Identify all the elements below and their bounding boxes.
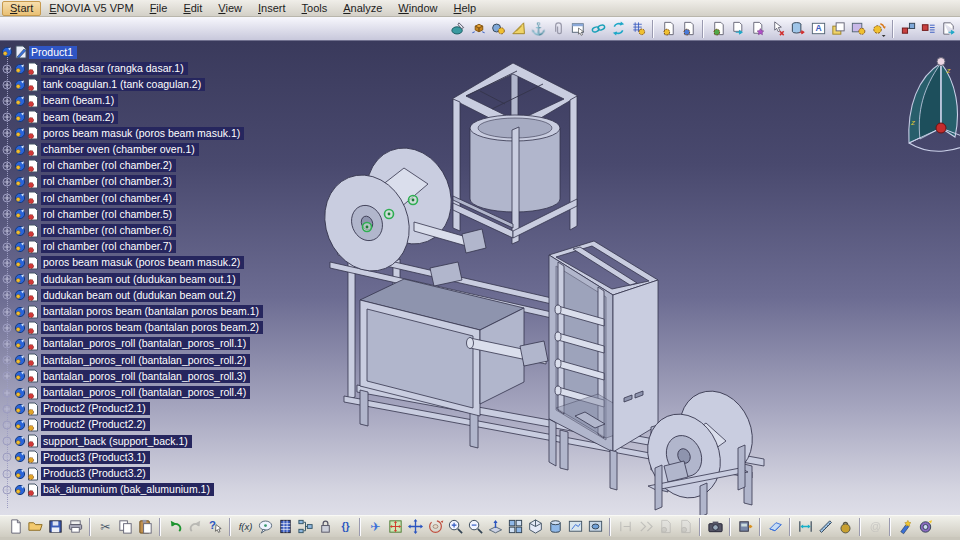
- menu-view[interactable]: View: [210, 1, 250, 16]
- expand-plus-icon[interactable]: [2, 64, 12, 74]
- expand-plus-icon[interactable]: [2, 290, 12, 300]
- expand-plus-icon[interactable]: [2, 161, 12, 171]
- frame-text-icon[interactable]: A: [808, 19, 828, 39]
- tree-item-label[interactable]: beam (beam.1): [41, 94, 118, 107]
- print-icon[interactable]: [65, 517, 85, 537]
- help-pointer-icon[interactable]: ?: [205, 517, 225, 537]
- tree-item-label[interactable]: poros beam masuk (poros beam masuk.1): [41, 127, 244, 140]
- open-folder-icon[interactable]: [25, 517, 45, 537]
- menu-file[interactable]: File: [142, 1, 176, 16]
- compass-origin-dot[interactable]: [936, 123, 946, 133]
- measure-item-icon[interactable]: [815, 517, 835, 537]
- tree-item[interactable]: dudukan beam out (dudukan beam out.2): [0, 287, 240, 303]
- tree-item-label[interactable]: Product3 (Product3.1): [41, 451, 150, 464]
- menu-tools[interactable]: Tools: [294, 1, 336, 16]
- expand-plus-icon[interactable]: [2, 112, 12, 122]
- shaded-cylinder-icon[interactable]: [545, 517, 565, 537]
- tree-item-label[interactable]: bak_alumunium (bak_alumunium.1): [41, 483, 214, 496]
- braces-format-icon[interactable]: {}: [335, 517, 355, 537]
- expand-plus-icon[interactable]: [2, 209, 12, 219]
- chat-balloon-icon[interactable]: [255, 517, 275, 537]
- tree-root-label[interactable]: Product1: [29, 46, 77, 59]
- tree-item[interactable]: bantalan poros beam (bantalan poros beam…: [0, 320, 263, 336]
- quick-view-icon[interactable]: [505, 517, 525, 537]
- cube-link-icon[interactable]: [898, 19, 918, 39]
- tree-item-label[interactable]: dudukan beam out (dudukan beam out.1): [41, 273, 240, 286]
- tree-item-label[interactable]: Product3 (Product3.2): [41, 467, 150, 480]
- exploded-box-icon[interactable]: [468, 19, 488, 39]
- tree-item-label[interactable]: rol chamber (rol chamber.6): [41, 224, 176, 237]
- tree-item-label[interactable]: support_back (support_back.1): [41, 435, 192, 448]
- menu-insert[interactable]: Insert: [250, 1, 294, 16]
- tree-item[interactable]: dudukan beam out (dudukan beam out.1): [0, 271, 240, 287]
- expand-plus-icon[interactable]: [2, 177, 12, 187]
- fit-all-icon[interactable]: [385, 517, 405, 537]
- view-style-2-icon[interactable]: [585, 517, 605, 537]
- tree-item[interactable]: bantalan_poros_roll (bantalan_poros_roll…: [0, 368, 250, 384]
- cursor-delete-icon[interactable]: [768, 19, 788, 39]
- freestyle-pen-icon[interactable]: [448, 19, 468, 39]
- tree-item-label[interactable]: rangka dasar (rangka dasar.1): [41, 62, 188, 75]
- tree-item-label[interactable]: bantalan_poros_roll (bantalan_poros_roll…: [41, 386, 250, 399]
- iso-cube-icon[interactable]: [525, 517, 545, 537]
- tree-item-label[interactable]: bantalan_poros_roll (bantalan_poros_roll…: [41, 337, 250, 350]
- menu-analyze[interactable]: Analyze: [335, 1, 390, 16]
- menu-enovia-v5-vpm[interactable]: ENOVIA V5 VPM: [41, 1, 141, 16]
- tree-item-label[interactable]: dudukan beam out (dudukan beam out.2): [41, 289, 240, 302]
- tree-item-label[interactable]: rol chamber (rol chamber.4): [41, 192, 176, 205]
- tree-item[interactable]: beam (beam.2): [0, 109, 118, 125]
- tree-item[interactable]: Product3 (Product3.1): [0, 449, 150, 465]
- window-gear-icon[interactable]: [848, 19, 868, 39]
- expand-plus-icon[interactable]: [2, 307, 12, 317]
- view-compass[interactable]: z z: [909, 58, 960, 152]
- new-doc-icon[interactable]: [5, 517, 25, 537]
- gear-doc-green-icon[interactable]: [708, 19, 728, 39]
- tree-item[interactable]: support_back (support_back.1): [0, 433, 192, 449]
- tree-item[interactable]: Product2 (Product2.2): [0, 417, 150, 433]
- render-camera-icon[interactable]: [915, 517, 935, 537]
- select-window-icon[interactable]: [568, 19, 588, 39]
- tree-item[interactable]: bantalan_poros_roll (bantalan_poros_roll…: [0, 385, 250, 401]
- tree-item-label[interactable]: beam (beam.2): [41, 111, 118, 124]
- cut-icon[interactable]: ✂: [95, 517, 115, 537]
- data-export-icon[interactable]: [938, 19, 958, 39]
- tree-item[interactable]: chamber oven (chamber oven.1): [0, 142, 199, 158]
- tree-item-label[interactable]: rol chamber (rol chamber.7): [41, 240, 176, 253]
- link-chain-icon[interactable]: [588, 19, 608, 39]
- paste-icon[interactable]: [135, 517, 155, 537]
- doc-arrow-icon[interactable]: [728, 19, 748, 39]
- expand-plus-icon[interactable]: [2, 436, 12, 446]
- tree-item-label[interactable]: tank coagulan.1 (tank coagulan.2): [41, 78, 205, 91]
- db-arrow-icon[interactable]: [788, 19, 808, 39]
- specification-tree[interactable]: Product1rangka dasar (rangka dasar.1)tan…: [0, 41, 300, 515]
- menu-window[interactable]: Window: [390, 1, 445, 16]
- pid-structure-icon[interactable]: [295, 517, 315, 537]
- expand-plus-icon[interactable]: [2, 371, 12, 381]
- tree-item-label[interactable]: bantalan_poros_roll (bantalan_poros_roll…: [41, 370, 250, 383]
- tree-item[interactable]: bantalan_poros_roll (bantalan_poros_roll…: [0, 352, 250, 368]
- expand-plus-icon[interactable]: [2, 96, 12, 106]
- expand-plus-icon[interactable]: [2, 226, 12, 236]
- sketch-ruler-icon[interactable]: [508, 19, 528, 39]
- design-table-icon[interactable]: [628, 19, 648, 39]
- save-icon[interactable]: [45, 517, 65, 537]
- tree-item-label[interactable]: Product2 (Product2.2): [41, 418, 150, 431]
- tree-item-label[interactable]: Product2 (Product2.1): [41, 402, 150, 415]
- paint-star-icon[interactable]: [895, 517, 915, 537]
- measure-between-icon[interactable]: [795, 517, 815, 537]
- expand-plus-icon[interactable]: [2, 193, 12, 203]
- tree-item[interactable]: rol chamber (rol chamber.4): [0, 190, 176, 206]
- paperclip-icon[interactable]: [548, 19, 568, 39]
- lock-icon[interactable]: [315, 517, 335, 537]
- doc-star-icon[interactable]: [748, 19, 768, 39]
- tree-item[interactable]: poros beam masuk (poros beam masuk.2): [0, 255, 244, 271]
- expand-plus-icon[interactable]: [2, 80, 12, 90]
- expand-plus-icon[interactable]: [2, 258, 12, 268]
- sync-refresh-icon[interactable]: [608, 19, 628, 39]
- expand-plus-icon[interactable]: [2, 128, 12, 138]
- tree-item-label[interactable]: bantalan_poros_roll (bantalan_poros_roll…: [41, 354, 250, 367]
- pan-arrows-icon[interactable]: [405, 517, 425, 537]
- cube-list-icon[interactable]: [918, 19, 938, 39]
- tree-item-label[interactable]: rol chamber (rol chamber.5): [41, 208, 176, 221]
- tree-item-label[interactable]: rol chamber (rol chamber.2): [41, 159, 176, 172]
